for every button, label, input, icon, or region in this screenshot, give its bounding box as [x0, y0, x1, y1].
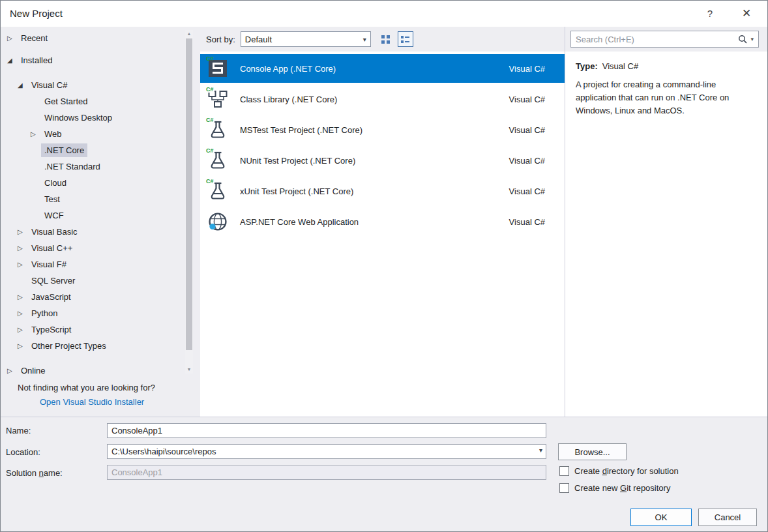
sidebar-item-windows-desktop[interactable]: Windows Desktop	[1, 110, 200, 126]
template-xunit[interactable]: C# xUnit Test Project (.NET Core) Visual…	[200, 177, 565, 205]
csharp-badge: C#	[205, 86, 214, 93]
small-icons-view-button[interactable]	[378, 31, 394, 47]
sidebar-item-online[interactable]: ▷ Online	[1, 362, 200, 379]
type-label: Type:	[576, 61, 598, 71]
name-input[interactable]	[107, 423, 546, 438]
sidebar-item-visual-fsharp[interactable]: ▷ Visual F#	[1, 256, 200, 273]
chevron-down-icon: ▾	[363, 36, 366, 43]
label-segment: Solution	[6, 468, 39, 478]
template-aspnet-web-app[interactable]: ASP.NET Core Web Application Visual C#	[200, 207, 565, 236]
sort-toolbar: Sort by: Default ▾	[200, 27, 565, 52]
template-mstest[interactable]: C# MSTest Test Project (.NET Core) Visua…	[200, 115, 565, 144]
template-panel: Sort by: Default ▾	[200, 27, 565, 418]
csharp-badge: C#	[205, 147, 214, 154]
sidebar-item-label: Installed	[18, 53, 55, 67]
expander-collapsed-icon: ▷	[7, 367, 18, 374]
test-flask-icon: C#	[207, 119, 229, 141]
template-name: ASP.NET Core Web Application	[240, 217, 359, 227]
search-icon[interactable]	[738, 35, 747, 44]
template-name: Class Library (.NET Core)	[240, 95, 337, 104]
spacer	[1, 46, 200, 52]
sidebar-item-visual-csharp[interactable]: ◢ Visual C#	[1, 77, 200, 93]
csharp-badge: C#	[205, 55, 214, 62]
ok-button[interactable]: OK	[630, 509, 692, 526]
search-chevron-down-icon[interactable]: ▾	[750, 36, 754, 42]
sidebar-item-sql-server[interactable]: SQL Server	[1, 273, 200, 289]
label-mnemonic: d	[602, 466, 607, 476]
sidebar-item-typescript[interactable]: ▷ TypeScript	[1, 321, 200, 338]
browse-button[interactable]: Browse...	[558, 443, 627, 460]
sidebar-item-label: Cloud	[41, 176, 70, 190]
sidebar-item-test[interactable]: Test	[1, 191, 200, 207]
sidebar-item-get-started[interactable]: Get Started	[1, 93, 200, 110]
expander-collapsed-icon: ▷	[31, 130, 41, 138]
list-view-icon	[400, 35, 410, 44]
template-language: Visual C#	[509, 217, 545, 227]
sidebar-item-label: Other Project Types	[28, 339, 110, 353]
template-description: A project for creating a command-line ap…	[576, 78, 756, 117]
sidebar-item-label: WCF	[41, 209, 67, 222]
sidebar-item-label: Get Started	[41, 95, 91, 108]
expander-collapsed-icon: ▷	[18, 293, 28, 301]
location-input[interactable]	[107, 444, 546, 459]
list-view-button[interactable]	[398, 31, 413, 47]
sidebar-item-wcf[interactable]: WCF	[1, 207, 200, 224]
expander-collapsed-icon: ▷	[18, 342, 28, 349]
create-directory-row: Create directory for solution	[559, 466, 679, 476]
cancel-button[interactable]: Cancel	[698, 509, 757, 526]
solution-name-label: Solution name:	[6, 468, 63, 478]
location-combobox[interactable]: ▾	[107, 444, 546, 459]
template-name: xUnit Test Project (.NET Core)	[240, 186, 353, 196]
label-segment: Create	[574, 466, 602, 476]
sidebar-item-dotnet-core[interactable]: .NET Core	[1, 142, 200, 158]
console-app-icon: C#	[207, 57, 229, 80]
spacer	[1, 354, 200, 362]
sort-dropdown[interactable]: Default ▾	[241, 31, 371, 47]
template-class-library[interactable]: C# Class Library (.NET Core) Visual C#	[200, 85, 565, 113]
sidebar-item-other-project-types[interactable]: ▷ Other Project Types	[1, 338, 200, 354]
sidebar-item-label: Visual C++	[28, 241, 76, 255]
type-line: Type:Visual C#	[576, 61, 756, 71]
category-tree-panel: ▷ Recent ◢ Installed ◢ Visual C# Get Sta…	[1, 27, 200, 418]
sidebar-item-web[interactable]: ▷ Web	[1, 126, 200, 142]
solution-name-input[interactable]	[107, 465, 546, 480]
sidebar-item-javascript[interactable]: ▷ JavaScript	[1, 289, 200, 305]
sidebar-item-recent[interactable]: ▷ Recent	[1, 30, 200, 46]
close-icon[interactable]: ✕	[739, 7, 754, 20]
create-git-repo-label: Create new Git repository	[574, 483, 670, 493]
create-directory-checkbox[interactable]	[559, 466, 569, 476]
location-chevron-down-icon[interactable]: ▾	[539, 447, 542, 454]
sidebar-item-label: Visual F#	[28, 258, 70, 271]
search-input[interactable]	[576, 35, 738, 44]
sidebar-item-dotnet-standard[interactable]: .NET Standard	[1, 158, 200, 175]
scroll-down-icon[interactable]: ▼	[185, 366, 193, 374]
sidebar-item-visual-cpp[interactable]: ▷ Visual C++	[1, 240, 200, 256]
template-language: Visual C#	[509, 125, 545, 135]
scrollbar-thumb[interactable]	[186, 38, 192, 350]
label-segment: ame:	[44, 468, 63, 478]
title-bar: New Project ? ✕	[1, 1, 767, 27]
search-box[interactable]: ▾	[570, 31, 759, 48]
sidebar-item-python[interactable]: ▷ Python	[1, 305, 200, 321]
label-mnemonic: G	[620, 483, 627, 493]
sidebar-item-visual-basic[interactable]: ▷ Visual Basic	[1, 224, 200, 240]
expander-collapsed-icon: ▷	[18, 326, 28, 333]
globe-icon	[207, 211, 229, 233]
template-nunit[interactable]: C# NUnit Test Project (.NET Core) Visual…	[200, 146, 565, 175]
sidebar-item-installed[interactable]: ◢ Installed	[1, 52, 200, 68]
sidebar-item-label: SQL Server	[28, 274, 78, 288]
expander-collapsed-icon: ▷	[18, 261, 28, 268]
sidebar-item-label: .NET Core	[41, 143, 87, 157]
sidebar-item-label: Visual C#	[28, 78, 70, 92]
expander-collapsed-icon: ▷	[18, 228, 28, 235]
template-console-app[interactable]: C# Console App (.NET Core) Visual C#	[200, 54, 565, 83]
create-git-repo-checkbox[interactable]	[559, 483, 569, 493]
scroll-up-icon[interactable]: ▲	[185, 30, 193, 38]
tree-scrollbar[interactable]: ▲ ▼	[185, 30, 193, 374]
expander-collapsed-icon: ▷	[18, 310, 28, 317]
open-installer-link[interactable]: Open Visual Studio Installer	[1, 397, 200, 407]
sidebar-item-cloud[interactable]: Cloud	[1, 175, 200, 191]
type-value: Visual C#	[602, 61, 638, 71]
help-icon[interactable]: ?	[702, 8, 718, 19]
spacer	[1, 68, 200, 77]
